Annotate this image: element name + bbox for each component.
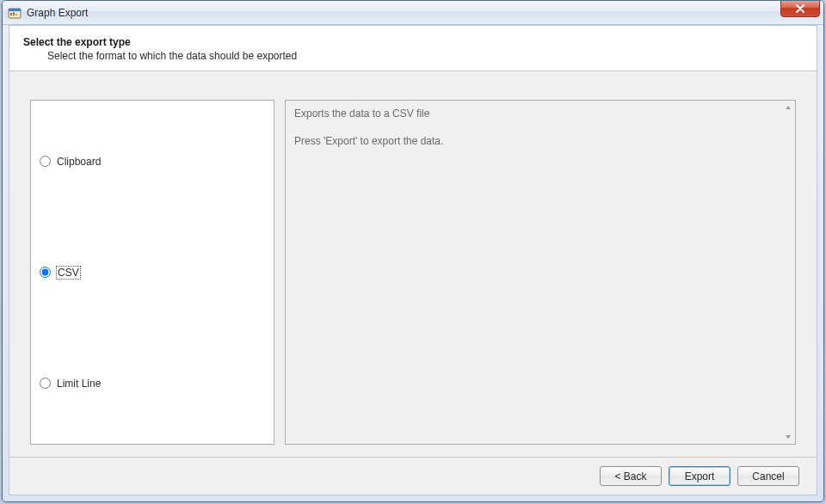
window-title: Graph Export [27,7,88,19]
svg-rect-3 [13,12,15,15]
option-csv[interactable]: CSV [40,267,265,279]
scroll-down-icon[interactable] [783,432,793,442]
description-panel: Exports the data to a CSV file Press 'Ex… [285,100,796,445]
page-title: Select the export type [23,36,803,48]
radio-clipboard[interactable] [40,156,51,167]
option-limit-line[interactable]: Limit Line [40,378,265,390]
export-type-listbox: Clipboard CSV Limit Line [30,100,274,445]
wizard-header: Select the export type Select the format… [9,26,817,71]
dialog-window: Graph Export Select the export type Sele… [2,0,824,502]
description-line-2: Press 'Export' to export the data. [294,135,786,147]
radio-limit-line[interactable] [40,378,51,389]
close-button[interactable] [780,0,820,17]
client-area: Select the export type Select the format… [9,25,817,495]
page-subtitle: Select the format to which the data shou… [47,50,803,62]
option-label: CSV [57,267,80,279]
radio-csv[interactable] [40,267,51,278]
close-icon [795,4,805,13]
svg-rect-4 [15,14,17,15]
export-button[interactable]: Export [669,466,730,486]
scroll-up-icon[interactable] [783,102,793,113]
svg-rect-1 [9,9,21,11]
button-bar: < Back Export Cancel [9,457,817,495]
option-clipboard[interactable]: Clipboard [40,156,265,168]
description-line-1: Exports the data to a CSV file [294,108,786,120]
titlebar[interactable]: Graph Export [3,1,823,25]
option-label: Clipboard [57,156,101,168]
option-label: Limit Line [57,378,101,390]
svg-rect-2 [10,13,12,15]
content-area: Clipboard CSV Limit Line Exports the dat… [9,83,817,453]
back-button[interactable]: < Back [600,466,662,486]
app-icon [8,6,22,20]
cancel-button[interactable]: Cancel [737,466,799,486]
